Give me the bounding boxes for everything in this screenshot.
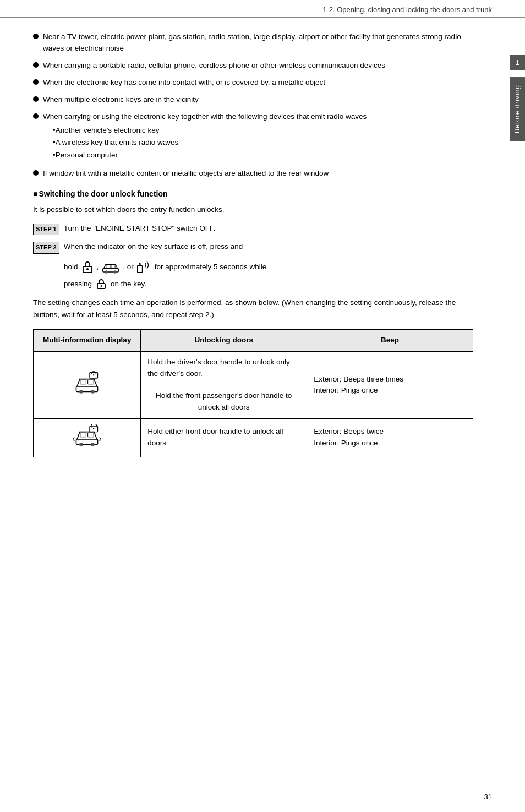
signal-icon: [136, 260, 152, 274]
bullet-dot: [33, 170, 39, 176]
svg-point-12: [91, 390, 95, 394]
info-table: Multi-information display Unlocking door…: [33, 329, 473, 457]
svg-point-4: [114, 270, 117, 273]
step2-badge: STEP 2: [33, 242, 59, 254]
section-number-tab: 1: [510, 55, 525, 70]
step2-icon-line: hold , , or: [64, 259, 473, 274]
step-2-block: STEP 2 When the indicator on the key sur…: [33, 241, 473, 254]
small-lock-icon: [95, 278, 107, 290]
svg-rect-21: [88, 433, 94, 437]
svg-rect-10: [76, 386, 98, 392]
col-header-beep: Beep: [307, 330, 473, 352]
list-item: When carrying a portable radio, cellular…: [33, 60, 473, 72]
table-row: Hold either front door handle to unlock …: [34, 418, 473, 457]
note-text: The setting changes each time an operati…: [33, 297, 473, 320]
list-item: If window tint with a metallic content o…: [33, 168, 473, 179]
svg-rect-17: [76, 439, 98, 445]
table-row: Hold the driver's door handle to unlock …: [34, 352, 473, 385]
svg-rect-7: [137, 265, 142, 272]
table-cell-icon-2: [34, 418, 141, 457]
svg-rect-5: [106, 265, 110, 268]
lock-icon: [80, 260, 95, 274]
svg-point-23: [93, 428, 94, 429]
col-header-display: Multi-information display: [34, 330, 141, 352]
car-lock-icon-1: [73, 371, 101, 395]
sub-list-item: Personal computer: [53, 150, 367, 161]
car-unlock-icon-2: [73, 424, 101, 448]
sub-list-item: A wireless key that emits radio waves: [53, 137, 367, 149]
svg-point-19: [91, 443, 95, 446]
list-item-text: When multiple electronic keys are in the…: [43, 94, 199, 106]
sub-list: Another vehicle's electronic key A wirel…: [53, 125, 367, 162]
step1-badge: STEP 1: [33, 224, 59, 236]
page-wrapper: 1-2. Opening, closing and locking the do…: [0, 0, 525, 812]
car-icon: [101, 260, 121, 274]
col-header-unlocking: Unlocking doors: [141, 330, 307, 352]
sub-list-item: Another vehicle's electronic key: [53, 125, 367, 137]
list-item: When multiple electronic keys are in the…: [33, 94, 473, 106]
svg-point-16: [93, 374, 94, 375]
svg-point-3: [105, 270, 107, 273]
table-header-row: Multi-information display Unlocking door…: [34, 330, 473, 352]
step2-pressing-line: pressing on the key.: [64, 276, 473, 291]
svg-rect-6: [111, 265, 115, 268]
step2-pressing-label: pressing: [64, 276, 92, 291]
table-cell-beep-1: Exterior: Beeps three timesInterior: Pin…: [307, 352, 473, 419]
section-heading: Switching the door unlock function: [33, 189, 473, 198]
table-cell-unlocking-1a: Hold the driver's door handle to unlock …: [141, 352, 307, 385]
svg-point-11: [79, 390, 83, 394]
svg-rect-20: [80, 433, 86, 437]
list-item: Near a TV tower, electric power plant, g…: [33, 31, 473, 55]
svg-point-18: [79, 443, 83, 446]
header-title: 1-2. Opening, closing and locking the do…: [322, 6, 492, 14]
section-label-tab: Before driving: [510, 77, 525, 141]
list-item: When carrying or using the electronic ke…: [33, 111, 473, 163]
table-cell-beep-2: Exterior: Beeps twiceInterior: Pings onc…: [307, 418, 473, 457]
bullet-dot: [33, 62, 39, 68]
step2-hold-label: hold: [64, 259, 78, 274]
svg-rect-14: [88, 380, 94, 384]
section-intro: It is possible to set which doors the en…: [33, 204, 473, 216]
list-item: When the electronic key has come into co…: [33, 77, 473, 89]
main-content: Near a TV tower, electric power plant, g…: [0, 18, 506, 474]
step1-text: Turn the "ENGINE START STOP" switch OFF.: [64, 222, 473, 235]
step-1-block: STEP 1 Turn the "ENGINE START STOP" swit…: [33, 222, 473, 236]
table-cell-unlocking-2: Hold either front door handle to unlock …: [141, 418, 307, 457]
bullet-dot: [33, 113, 39, 119]
svg-rect-13: [80, 380, 86, 384]
bullet-list: Near a TV tower, electric power plant, g…: [33, 31, 473, 179]
list-item-text: When carrying or using the electronic ke…: [43, 112, 367, 121]
svg-point-1: [86, 268, 89, 270]
list-item-text: If window tint with a metallic content o…: [43, 168, 329, 179]
svg-point-9: [101, 285, 102, 287]
step2-text: When the indicator on the key surface is…: [64, 241, 473, 253]
table-cell-icon-1: [34, 352, 141, 419]
bullet-dot: [33, 79, 39, 85]
list-item-text: When the electronic key has come into co…: [43, 77, 325, 89]
page-number: 31: [484, 793, 492, 801]
step2-for-label: for approximately 5 seconds while: [155, 259, 266, 274]
bullet-dot: [33, 34, 39, 39]
or-separator: , or: [123, 259, 134, 274]
list-item-content: When carrying or using the electronic ke…: [43, 111, 367, 163]
comma-separator: ,: [97, 259, 99, 274]
table-cell-unlocking-1b: Hold the front passenger's door handle t…: [141, 385, 307, 418]
list-item-text: Near a TV tower, electric power plant, g…: [43, 31, 473, 55]
page-header: 1-2. Opening, closing and locking the do…: [0, 0, 525, 18]
list-item-text: When carrying a portable radio, cellular…: [43, 60, 385, 72]
step2-on-key-label: on the key.: [111, 276, 146, 291]
bullet-dot: [33, 96, 39, 102]
